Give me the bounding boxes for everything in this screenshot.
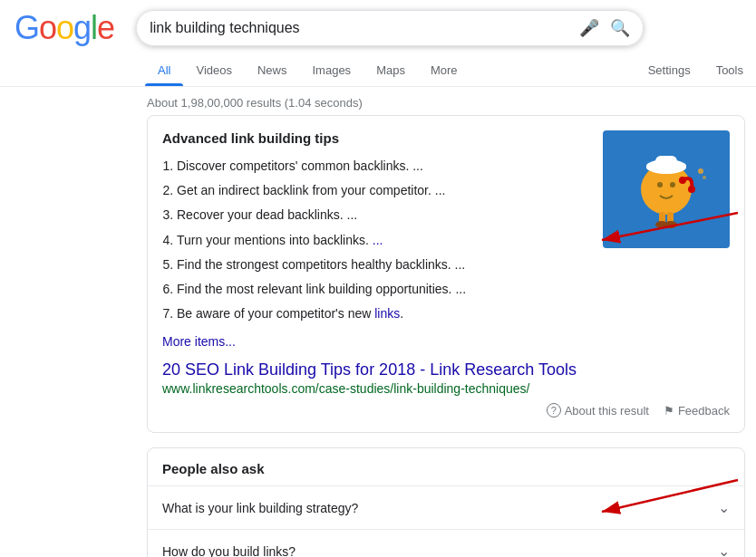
search-bar: 🎤 🔍	[136, 10, 644, 46]
snippet-list: Discover competitors' common backlinks. …	[177, 155, 588, 325]
list-item: Discover competitors' common backlinks. …	[177, 155, 588, 178]
svg-point-7	[688, 186, 695, 193]
search-input[interactable]	[150, 20, 579, 36]
chevron-down-icon-1: ⌄	[718, 499, 730, 516]
search-bar-wrapper: 🎤 🔍	[136, 10, 644, 46]
about-icon: ?	[547, 403, 561, 418]
result-url: www.linkresearchtools.com/case-studies/l…	[162, 381, 730, 396]
tab-maps[interactable]: Maps	[363, 54, 418, 86]
more-items-link[interactable]: More items...	[162, 334, 236, 349]
feedback-icon: ⚑	[664, 404, 674, 418]
people-ask-title: People also ask	[148, 448, 744, 485]
list-item-link[interactable]: links	[374, 306, 400, 321]
paa-question-1: What is your link building strategy?	[162, 501, 358, 515]
tab-news[interactable]: News	[245, 54, 300, 86]
tab-videos[interactable]: Videos	[183, 54, 245, 86]
results-count: About 1,98,00,000 results (1.04 seconds)	[0, 87, 756, 115]
nav-tabs: All Videos News Images Maps More Setting…	[0, 47, 756, 87]
svg-point-13	[664, 221, 677, 228]
snippet-text: Advanced link building tips Discover com…	[162, 130, 588, 350]
feedback-label: Feedback	[678, 404, 730, 418]
tab-all[interactable]: All	[145, 54, 183, 86]
coin-svg	[621, 139, 712, 239]
tab-tools[interactable]: Tools	[703, 54, 756, 86]
paa-item-2[interactable]: How do you build links? ⌄	[148, 529, 744, 557]
svg-point-2	[670, 182, 675, 187]
chevron-down-icon-2: ⌄	[718, 543, 730, 557]
main-content: Advanced link building tips Discover com…	[0, 115, 756, 557]
svg-point-9	[703, 176, 706, 179]
result-link-title[interactable]: 20 SEO Link Building Tips for 2018 - Lin…	[162, 360, 577, 379]
google-logo: Google	[15, 9, 114, 47]
tab-settings[interactable]: Settings	[635, 54, 703, 86]
list-item: Be aware of your competitor's new links.	[177, 303, 588, 325]
list-item: Find the most relevant link building opp…	[177, 278, 588, 301]
list-item: Turn your mentions into backlinks. ...	[177, 229, 588, 252]
list-item: Recover your dead backlinks. ...	[177, 204, 588, 226]
tab-images[interactable]: Images	[299, 54, 363, 86]
list-item: Find the strongest competitors healthy b…	[177, 254, 588, 276]
svg-point-6	[679, 177, 686, 184]
nav-right: Settings Tools	[635, 54, 756, 86]
paa-item-1[interactable]: What is your link building strategy? ⌄	[148, 485, 744, 529]
search-icon[interactable]: 🔍	[610, 18, 630, 38]
snippet-title: Advanced link building tips	[162, 130, 588, 146]
microphone-icon[interactable]: 🎤	[579, 18, 599, 38]
about-result-label: About this result	[565, 404, 649, 418]
header: Google 🎤 🔍	[0, 0, 756, 47]
feedback-item[interactable]: ⚑ Feedback	[664, 404, 730, 418]
svg-point-8	[698, 168, 703, 174]
svg-point-1	[657, 182, 663, 187]
list-item: Get an indirect backlink from your compe…	[177, 179, 588, 202]
about-result-item[interactable]: ? About this result	[547, 403, 649, 418]
featured-snippet: Advanced link building tips Discover com…	[147, 115, 745, 433]
snippet-image	[603, 130, 730, 248]
snippet-inner: Advanced link building tips Discover com…	[162, 130, 730, 350]
result-link-row: 20 SEO Link Building Tips for 2018 - Lin…	[162, 360, 730, 396]
paa-question-2: How do you build links?	[162, 544, 296, 557]
snippet-footer: ? About this result ⚑ Feedback	[162, 403, 730, 418]
svg-rect-5	[655, 156, 677, 167]
list-item-link[interactable]: ...	[373, 233, 383, 247]
search-icons: 🎤 🔍	[579, 18, 630, 38]
tab-more[interactable]: More	[418, 54, 470, 86]
people-also-ask: People also ask What is your link buildi…	[147, 447, 745, 557]
